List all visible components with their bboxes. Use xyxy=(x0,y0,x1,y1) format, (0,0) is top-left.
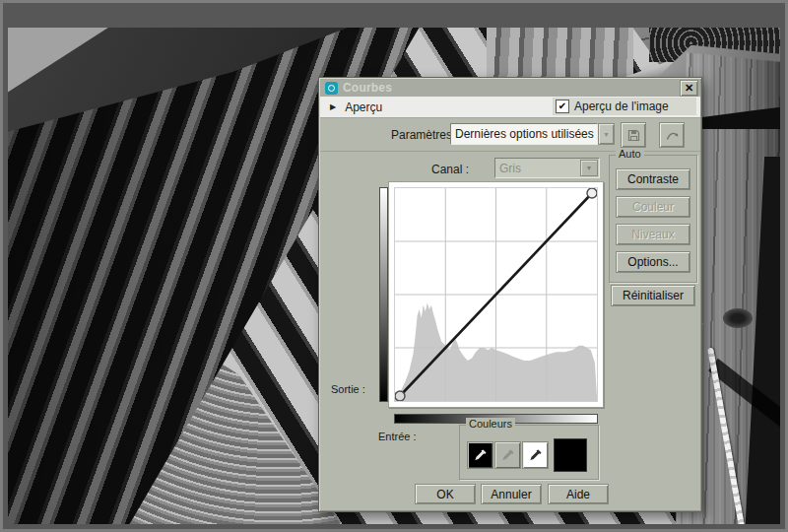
close-button[interactable]: ✕ xyxy=(680,80,698,97)
output-label: Sortie : xyxy=(331,383,365,395)
cancel-button[interactable]: Annuler xyxy=(481,484,542,504)
disclosure-triangle-icon[interactable]: ▶ xyxy=(330,102,336,111)
output-gradient-bar xyxy=(379,187,388,402)
auto-options-button[interactable]: Options... xyxy=(616,251,690,273)
gray-point-eyedropper-button[interactable] xyxy=(494,441,521,469)
auto-color-button[interactable]: Couleur xyxy=(616,196,690,218)
auto-group: Auto Contraste Couleur Niveaux Options..… xyxy=(609,155,697,283)
dialog-titlebar[interactable]: Courbes xyxy=(320,79,700,97)
save-icon xyxy=(626,128,641,143)
color-swatch[interactable] xyxy=(554,438,587,472)
input-label: Entrée : xyxy=(378,431,417,442)
curve-chart-panel xyxy=(388,181,604,408)
auto-group-title: Auto xyxy=(616,148,644,160)
channel-select-arrow[interactable]: ▼ xyxy=(580,160,598,176)
reset-button[interactable]: Réinitialiser xyxy=(611,285,695,306)
channel-select[interactable]: Gris ▼ xyxy=(494,158,600,178)
close-icon: ✕ xyxy=(685,82,693,95)
preset-combobox[interactable]: Dernières options utilisées xyxy=(450,123,598,145)
help-button[interactable]: Aide xyxy=(548,484,609,504)
save-preset-button[interactable] xyxy=(621,122,646,148)
colors-group-title: Couleurs xyxy=(466,418,515,430)
preview-checkbox-label[interactable]: Aperçu de l'image xyxy=(574,100,669,113)
eyedropper-icon xyxy=(501,448,515,462)
eyedropper-icon xyxy=(529,448,543,462)
preset-combobox-arrow[interactable]: ▼ xyxy=(598,123,615,145)
dialog-title: Courbes xyxy=(343,81,392,95)
preview-section-header[interactable]: ▶ Aperçu ✔ Aperçu de l'image xyxy=(320,97,700,118)
preset-combobox-value: Dernières options utilisées xyxy=(451,127,594,141)
curve-editor[interactable] xyxy=(394,187,598,402)
black-point-eyedropper-button[interactable] xyxy=(467,441,493,469)
white-point-eyedropper-button[interactable] xyxy=(522,441,549,469)
chevron-down-icon: ▼ xyxy=(603,131,610,138)
wood-knot xyxy=(723,308,753,328)
load-curve-icon xyxy=(665,128,680,143)
chevron-down-icon: ▼ xyxy=(586,165,593,171)
channel-label: Canal : xyxy=(378,163,469,176)
curves-dialog: Courbes ✕ ▶ Aperçu ✔ Aperçu de l'image P… xyxy=(318,77,702,512)
auto-contrast-button[interactable]: Contraste xyxy=(616,168,690,190)
preview-section-label: Aperçu xyxy=(345,100,382,114)
curves-dialog-icon xyxy=(325,82,338,95)
params-label: Paramètres xyxy=(391,128,452,142)
auto-levels-button[interactable]: Niveaux xyxy=(616,224,690,245)
check-icon: ✔ xyxy=(558,101,566,111)
preview-checkbox-group: ✔ Aperçu de l'image xyxy=(553,98,696,115)
colors-group: Couleurs xyxy=(459,425,599,480)
load-curve-button[interactable] xyxy=(659,122,685,148)
eyedropper-icon xyxy=(474,448,488,462)
params-row: Paramètres Dernières options utilisées ▼ xyxy=(320,118,700,152)
ok-button[interactable]: OK xyxy=(415,484,476,504)
channel-select-value: Gris xyxy=(495,162,521,175)
preview-checkbox[interactable]: ✔ xyxy=(556,100,569,113)
